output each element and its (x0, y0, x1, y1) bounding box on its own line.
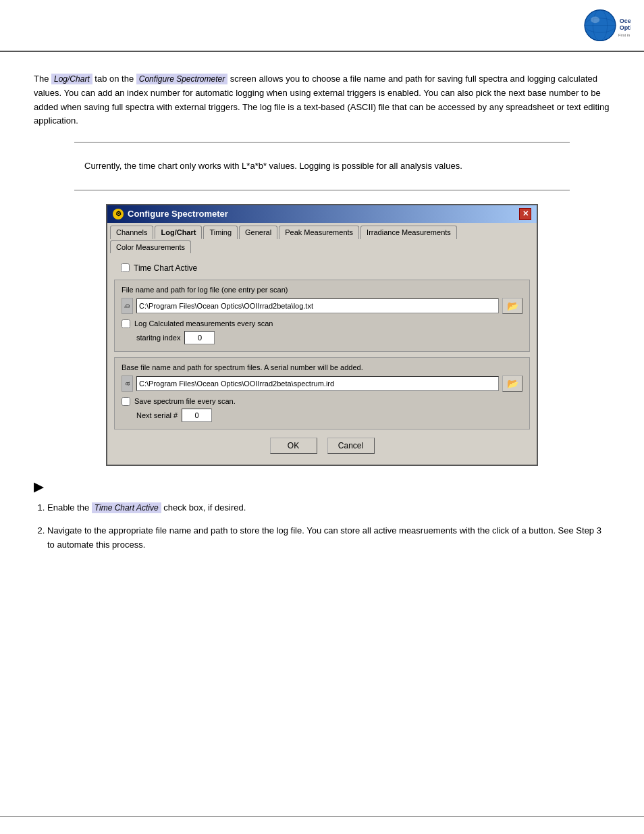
starting-index-input[interactable] (184, 331, 215, 344)
tab-timing[interactable]: Timing (203, 226, 238, 239)
step-1: Enable the Time Chart Active check box, … (47, 501, 610, 515)
tab-color-measurements[interactable]: Color Measurements (110, 240, 191, 253)
svg-text:Ocean: Ocean (620, 18, 630, 24)
log-calculated-label: Log Calculated measurements every scan (134, 319, 273, 328)
spectrum-file-input-row: a 📂 (122, 375, 522, 392)
intro-paragraph: The Log/Chart tab on the Configure Spect… (34, 72, 610, 128)
step1-after: check box, if desired. (163, 502, 246, 513)
starting-index-label: staritng index (136, 334, 180, 342)
spectrum-file-group-label: Base file name and path for spectrum fil… (122, 363, 522, 371)
tab-name-inline: Log/Chart (51, 74, 92, 84)
dialog-title: Configure Spectrometer (128, 209, 228, 219)
tab-general[interactable]: General (239, 226, 277, 239)
dialog-body: Time Chart Active File name and path for… (107, 253, 537, 465)
spectrum-file-tag: a (122, 375, 133, 392)
intro-text-after: screen allows you to choose a file name … (34, 74, 609, 126)
save-spectrum-checkbox[interactable] (122, 397, 130, 406)
dialog-buttons-row: OK Cancel (114, 438, 530, 458)
dialog-container: ⚙ Configure Spectrometer ✕ Channels Log/… (106, 204, 538, 466)
ocean-optics-logo: Ocean Optics First in Photonics™ (570, 7, 630, 47)
ok-button[interactable]: OK (270, 438, 317, 454)
save-spectrum-label: Save spectrum file every scan. (134, 397, 236, 405)
dialog-titlebar: ⚙ Configure Spectrometer ✕ (107, 205, 537, 223)
tab-irradiance-measurements[interactable]: Irradiance Measurements (360, 226, 457, 239)
log-file-group: File name and path for log file (one ent… (114, 280, 530, 352)
svg-text:Optics: Optics (620, 24, 630, 31)
time-chart-active-checkbox[interactable] (121, 263, 130, 272)
tab-peak-measurements[interactable]: Peak Measurements (279, 226, 359, 239)
log-file-tag: b (122, 298, 133, 314)
logo-area: Ocean Optics First in Photonics™ (570, 7, 630, 47)
page-header: Ocean Optics First in Photonics™ (0, 0, 644, 52)
divider-note (74, 190, 570, 190)
svg-point-5 (591, 16, 599, 23)
titlebar-left: ⚙ Configure Spectrometer (113, 209, 228, 219)
arrow-bullet: ▶ (34, 479, 610, 494)
tab-log-chart[interactable]: Log/Chart (155, 226, 202, 239)
next-serial-label: Next serial # (136, 411, 178, 419)
next-serial-input[interactable] (182, 409, 212, 422)
log-file-group-label: File name and path for log file (one ent… (122, 286, 522, 294)
screen-name-inline: Configure Spectrometer (136, 74, 227, 84)
step1-inline-text: Time Chart Active (92, 502, 161, 513)
step-2: Navigate to the appropriate file name an… (47, 524, 610, 552)
log-file-input-row: b 📂 (122, 298, 522, 314)
starting-index-row: staritng index (136, 331, 522, 344)
save-spectrum-row: Save spectrum file every scan. (122, 397, 522, 406)
log-calculated-row: Log Calculated measurements every scan (122, 319, 522, 328)
time-chart-active-row: Time Chart Active (121, 263, 530, 273)
note-text: Currently, the time chart only works wit… (84, 159, 560, 173)
divider-top (74, 142, 570, 142)
log-file-path-input[interactable] (136, 298, 499, 313)
note-box: Currently, the time chart only works wit… (74, 153, 570, 180)
spectrum-file-path-input[interactable] (136, 376, 499, 391)
cancel-button[interactable]: Cancel (327, 438, 375, 454)
page-content: The Log/Chart tab on the Configure Spect… (0, 52, 644, 582)
dialog-close-button[interactable]: ✕ (519, 208, 531, 220)
log-calculated-checkbox[interactable] (122, 319, 130, 328)
spectrum-file-group: Base file name and path for spectrum fil… (114, 357, 530, 429)
dialog-tabs-row: Channels Log/Chart Timing General Peak M… (107, 223, 537, 253)
next-serial-row: Next serial # (136, 409, 522, 422)
svg-text:First in Photonics™: First in Photonics™ (618, 33, 630, 37)
time-chart-active-label: Time Chart Active (134, 263, 197, 273)
tab-channels[interactable]: Channels (110, 226, 153, 239)
configure-spectrometer-dialog: ⚙ Configure Spectrometer ✕ Channels Log/… (106, 204, 538, 466)
log-file-browse-button[interactable]: 📂 (502, 298, 522, 314)
footer-divider (0, 816, 644, 817)
steps-list: Enable the Time Chart Active check box, … (47, 501, 610, 552)
dialog-title-icon: ⚙ (113, 209, 124, 219)
spectrum-file-browse-button[interactable]: 📂 (502, 375, 522, 392)
